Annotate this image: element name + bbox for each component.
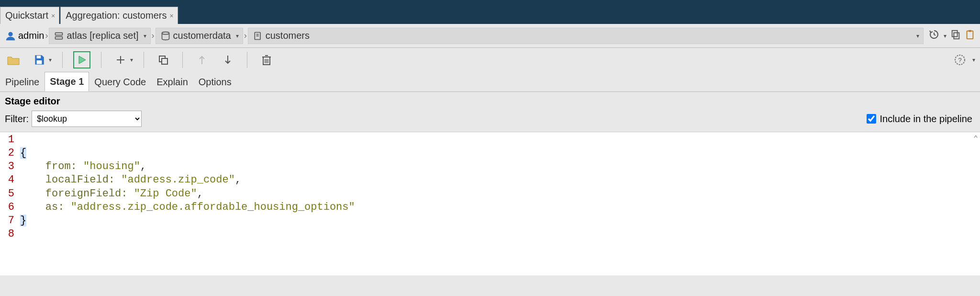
code-area[interactable]: { from: "housing", localField: "address.… bbox=[17, 132, 980, 275]
svg-marker-13 bbox=[79, 56, 86, 64]
save-button[interactable] bbox=[31, 51, 48, 68]
line-number: 8 bbox=[1, 228, 14, 241]
line-number: 3 bbox=[1, 160, 14, 173]
code-token: localField: bbox=[45, 174, 115, 186]
separator bbox=[62, 52, 63, 68]
tab-label: Explain bbox=[156, 77, 188, 88]
chevron-right-icon: › bbox=[45, 31, 48, 41]
server-label: atlas [replica set] bbox=[67, 30, 138, 41]
document-tab-bar: Quickstart × Aggregation: customers × bbox=[0, 0, 980, 24]
code-editor[interactable]: 1 2 3 4 5 6 7 8 { from: "housing", local… bbox=[0, 132, 980, 275]
separator bbox=[182, 52, 183, 68]
code-token: , bbox=[235, 174, 241, 186]
svg-rect-11 bbox=[37, 56, 41, 58]
connection-breadcrumb: admin › atlas [replica set] ▾ › customer… bbox=[0, 24, 980, 48]
svg-rect-17 bbox=[162, 58, 167, 64]
code-token: "address.zip_code.affordable_housing_opt… bbox=[71, 201, 355, 213]
user-icon bbox=[5, 30, 16, 42]
tab-options[interactable]: Options bbox=[193, 72, 237, 91]
user-segment: admin bbox=[5, 28, 44, 44]
separator bbox=[247, 52, 247, 68]
svg-rect-2 bbox=[56, 36, 63, 39]
database-label: customerdata bbox=[173, 30, 231, 41]
database-icon bbox=[160, 30, 171, 42]
stage-editor-title: Stage editor bbox=[0, 92, 980, 109]
tab-label: Pipeline bbox=[5, 77, 39, 88]
database-dropdown[interactable]: customerdata ▾ bbox=[156, 28, 243, 44]
filter-row: Filter: $lookup Include in the pipeline bbox=[0, 109, 980, 132]
separator bbox=[101, 52, 101, 68]
run-button[interactable] bbox=[73, 51, 90, 68]
separator bbox=[144, 52, 144, 68]
line-number: 1 bbox=[1, 133, 14, 147]
collection-dropdown[interactable]: customers ▾ bbox=[248, 28, 924, 44]
server-dropdown[interactable]: atlas [replica set] ▾ bbox=[49, 28, 150, 44]
move-up-button[interactable] bbox=[193, 51, 211, 68]
code-token: "address.zip_code" bbox=[121, 174, 235, 186]
line-number: 5 bbox=[1, 187, 14, 201]
paste-button[interactable] bbox=[965, 29, 975, 42]
filter-select[interactable]: $lookup bbox=[32, 111, 142, 127]
svg-rect-9 bbox=[967, 31, 973, 39]
chevron-down-icon[interactable]: ▾ bbox=[972, 57, 975, 63]
tab-label: Quickstart bbox=[5, 10, 48, 21]
scroll-up-icon[interactable]: ⌃ bbox=[973, 134, 978, 144]
history-button[interactable] bbox=[928, 29, 940, 43]
line-gutter: 1 2 3 4 5 6 7 8 bbox=[0, 132, 17, 275]
move-down-button[interactable] bbox=[219, 51, 236, 68]
help-button[interactable]: ? bbox=[951, 51, 969, 68]
filter-label: Filter: bbox=[5, 114, 29, 125]
chevron-down-icon: ▾ bbox=[236, 33, 239, 39]
chevron-right-icon: › bbox=[244, 31, 247, 41]
code-token: "housing" bbox=[83, 160, 140, 172]
code-token: , bbox=[140, 160, 146, 172]
open-folder-button[interactable] bbox=[5, 51, 22, 68]
user-label: admin bbox=[18, 30, 44, 41]
svg-point-0 bbox=[8, 32, 12, 36]
code-token: "Zip Code" bbox=[134, 188, 197, 200]
svg-point-3 bbox=[162, 32, 169, 34]
code-token: , bbox=[197, 188, 203, 200]
toolbar: ▾ ▾ ? ▾ bbox=[0, 48, 980, 72]
include-in-pipeline[interactable]: Include in the pipeline bbox=[867, 114, 972, 125]
tab-stage-1[interactable]: Stage 1 bbox=[45, 72, 89, 91]
svg-rect-7 bbox=[954, 33, 959, 39]
stage-tabs: Pipeline Stage 1 Query Code Explain Opti… bbox=[0, 72, 980, 92]
tab-pipeline[interactable]: Pipeline bbox=[0, 72, 45, 91]
chevron-down-icon[interactable]: ▾ bbox=[49, 57, 52, 63]
close-icon[interactable]: × bbox=[169, 12, 173, 20]
tab-aggregation-customers[interactable]: Aggregation: customers × bbox=[60, 7, 178, 24]
svg-rect-10 bbox=[969, 30, 971, 32]
chevron-down-icon[interactable]: ▾ bbox=[944, 33, 947, 39]
add-stage-button[interactable] bbox=[112, 51, 129, 68]
chevron-down-icon: ▾ bbox=[144, 33, 146, 39]
chevron-down-icon[interactable]: ▾ bbox=[130, 57, 133, 63]
tab-label: Query Code bbox=[94, 77, 146, 88]
include-checkbox[interactable] bbox=[867, 114, 876, 124]
delete-button[interactable] bbox=[258, 51, 275, 68]
tab-quickstart[interactable]: Quickstart × bbox=[0, 7, 59, 24]
code-token: as: bbox=[45, 201, 65, 213]
chevron-right-icon: › bbox=[152, 31, 155, 41]
server-icon bbox=[53, 30, 65, 42]
tab-label: Options bbox=[199, 77, 232, 88]
copy-button[interactable] bbox=[950, 29, 961, 42]
collection-label: customers bbox=[266, 30, 310, 41]
tab-label: Stage 1 bbox=[50, 76, 84, 87]
tab-explain[interactable]: Explain bbox=[151, 72, 193, 91]
svg-text:?: ? bbox=[958, 57, 961, 64]
duplicate-button[interactable] bbox=[155, 51, 172, 68]
code-token: foreignField: bbox=[45, 188, 128, 200]
code-token: { bbox=[20, 147, 26, 159]
chevron-down-icon: ▾ bbox=[916, 33, 919, 39]
tab-query-code[interactable]: Query Code bbox=[89, 72, 151, 91]
include-label: Include in the pipeline bbox=[880, 114, 972, 125]
collection-icon bbox=[252, 30, 264, 42]
code-token: } bbox=[20, 215, 26, 227]
close-icon[interactable]: × bbox=[51, 12, 55, 20]
line-number: 4 bbox=[1, 173, 14, 187]
line-number: 7 bbox=[1, 214, 14, 228]
svg-rect-8 bbox=[952, 31, 958, 37]
line-number: 6 bbox=[1, 201, 14, 214]
tab-label: Aggregation: customers bbox=[66, 10, 167, 21]
